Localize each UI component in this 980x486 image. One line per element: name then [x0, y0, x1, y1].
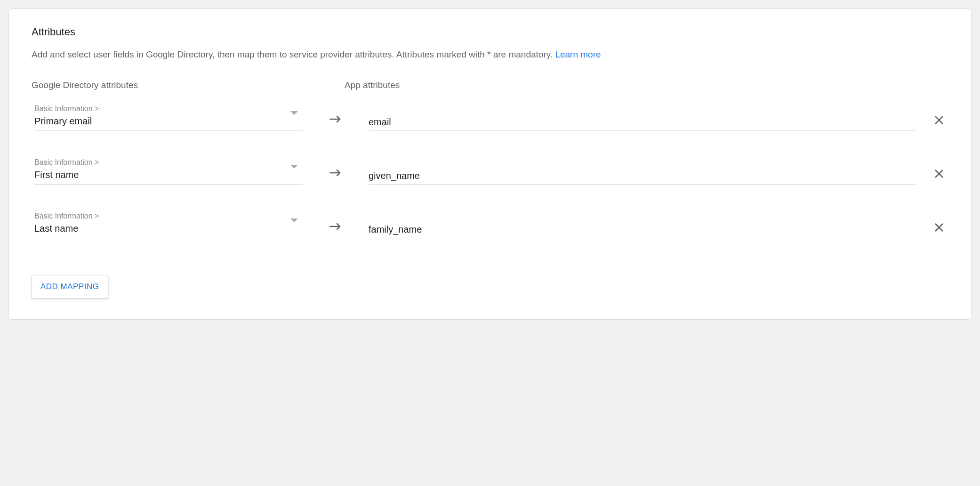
arrow-right-icon — [317, 115, 354, 131]
app-attribute-value: email — [369, 117, 391, 127]
arrow-right-icon — [317, 222, 354, 238]
app-attribute-value: family_name — [369, 224, 422, 235]
app-column-header: App attributes — [345, 80, 948, 90]
close-icon — [934, 169, 944, 179]
chevron-down-icon — [290, 165, 298, 169]
section-description: Add and select user fields in Google Dir… — [32, 49, 948, 61]
remove-mapping-button[interactable] — [930, 222, 948, 238]
remove-mapping-button[interactable] — [930, 115, 948, 131]
google-attribute-value: First name — [34, 170, 303, 180]
arrow-right-icon — [317, 169, 354, 185]
add-mapping-button[interactable]: ADD MAPPING — [32, 275, 108, 299]
google-attribute-category: Basic Information > — [34, 212, 303, 220]
app-attribute-input[interactable]: given_name — [369, 170, 916, 185]
google-attribute-value: Primary email — [34, 116, 303, 127]
app-attribute-input[interactable]: family_name — [369, 224, 916, 238]
google-attribute-select[interactable]: Basic Information > First name — [34, 158, 303, 185]
google-attribute-category: Basic Information > — [34, 105, 303, 113]
learn-more-link[interactable]: Learn more — [555, 49, 601, 59]
google-attribute-select[interactable]: Basic Information > Primary email — [34, 105, 303, 131]
columns-header: Google Directory attributes App attribut… — [32, 80, 948, 90]
chevron-down-icon — [290, 111, 298, 115]
mapping-row: Basic Information > Primary email email — [34, 105, 948, 131]
google-column-header: Google Directory attributes — [32, 80, 302, 90]
section-title: Attributes — [32, 26, 948, 38]
close-icon — [934, 222, 944, 233]
app-attribute-value: given_name — [369, 170, 420, 181]
chevron-down-icon — [290, 219, 298, 222]
google-attribute-category: Basic Information > — [34, 158, 303, 167]
mapping-row: Basic Information > Last name family_nam… — [34, 212, 948, 238]
mapping-row: Basic Information > First name given_nam… — [34, 158, 948, 185]
close-icon — [934, 115, 944, 125]
app-attribute-input[interactable]: email — [369, 117, 916, 131]
mapping-rows: Basic Information > Primary email email … — [32, 105, 948, 238]
google-attribute-value: Last name — [34, 223, 303, 234]
google-attribute-select[interactable]: Basic Information > Last name — [34, 212, 303, 238]
attributes-card: Attributes Add and select user fields in… — [8, 8, 972, 320]
section-description-text: Add and select user fields in Google Dir… — [32, 49, 555, 59]
remove-mapping-button[interactable] — [930, 169, 948, 185]
